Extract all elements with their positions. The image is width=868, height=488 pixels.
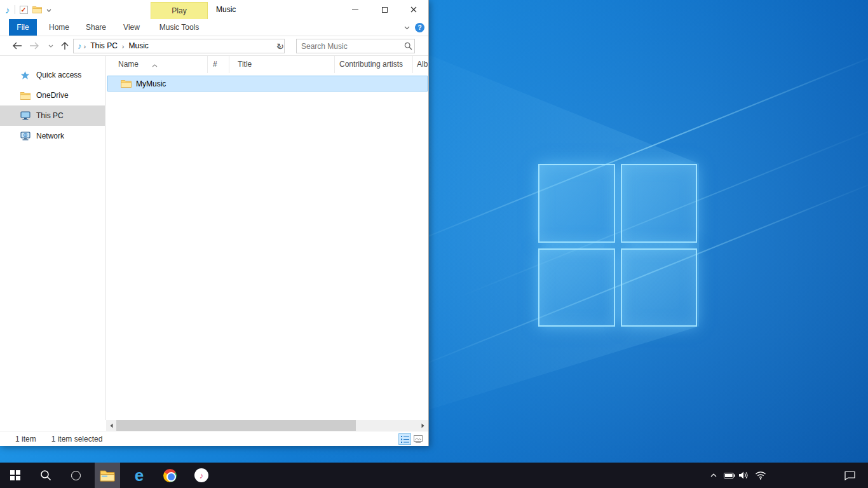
taskbar-itunes-button[interactable]: ♪ <box>189 463 214 488</box>
breadcrumb-music[interactable]: Music <box>125 39 153 53</box>
horizontal-scrollbar[interactable] <box>106 420 428 431</box>
status-bar: 1 item 1 item selected <box>0 431 428 446</box>
sidebar-item-label: Quick access <box>36 71 81 79</box>
large-icons-view-icon <box>414 435 423 443</box>
separator <box>15 5 15 14</box>
close-button[interactable] <box>399 0 428 19</box>
refresh-button[interactable]: ↻ <box>274 39 287 53</box>
column-header-title[interactable]: Title <box>229 56 335 73</box>
file-row-mymusic[interactable]: MyMusic <box>107 76 428 92</box>
network-icon <box>20 131 32 141</box>
sidebar-item-label: OneDrive <box>36 91 69 100</box>
maximize-button[interactable] <box>370 0 399 19</box>
taskbar-chrome-button[interactable] <box>157 463 182 488</box>
sidebar-item-label: Network <box>36 132 64 140</box>
sidebar-item-network[interactable]: Network <box>0 126 105 146</box>
sidebar-item-this-pc[interactable]: This PC <box>0 105 105 126</box>
window-title: Music <box>216 0 236 19</box>
chevron-up-icon <box>710 473 717 477</box>
properties-icon[interactable]: ✓ <box>20 6 28 14</box>
details-view-icon <box>401 436 409 443</box>
sidebar-item-quick-access[interactable]: Quick access <box>0 65 105 85</box>
folder-icon <box>121 79 132 88</box>
item-count: 1 item <box>15 435 36 444</box>
scroll-left-icon <box>110 423 113 428</box>
close-icon <box>410 6 417 13</box>
quick-access-star-icon <box>20 70 32 80</box>
file-list-pane: Name # Title Contributing artists Alb <box>106 56 428 420</box>
new-folder-icon[interactable] <box>32 6 42 13</box>
file-explorer-window: ♪ ✓ Play Music File <box>0 0 429 446</box>
internet-explorer-icon: e <box>135 467 144 484</box>
column-header-contributing-artists[interactable]: Contributing artists <box>335 56 413 73</box>
taskbar: e ♪ <box>0 463 868 488</box>
windows-logo-pane <box>621 248 698 327</box>
search-input[interactable] <box>297 42 402 51</box>
chevron-down-icon <box>404 26 410 30</box>
scroll-right-icon <box>421 423 424 428</box>
desktop: ♪ ✓ Play Music File <box>0 0 868 488</box>
back-button[interactable] <box>10 36 24 55</box>
volume-tray-icon[interactable] <box>736 463 751 488</box>
music-tools-group-label: Music Tools <box>151 19 207 36</box>
up-button[interactable] <box>58 36 72 55</box>
address-bar[interactable]: ♪ › This PC › Music <box>73 39 285 53</box>
ribbon-tab-row: File Home Share View Music Tools ? <box>0 19 428 36</box>
search-box[interactable] <box>296 39 415 53</box>
sort-ascending-icon <box>152 57 158 73</box>
column-header-label: # <box>213 60 217 69</box>
scrollbar-thumb[interactable] <box>116 420 356 431</box>
windows-logo-pane <box>621 164 698 243</box>
taskbar-search-button[interactable] <box>33 463 58 488</box>
this-pc-icon <box>20 111 32 121</box>
show-hidden-icons-button[interactable] <box>705 463 722 488</box>
customize-qat-chevron-icon[interactable] <box>46 5 51 14</box>
column-headers: Name # Title Contributing artists Alb <box>106 56 428 73</box>
tab-home[interactable]: Home <box>44 19 74 36</box>
taskbar-file-explorer-button[interactable] <box>95 463 120 488</box>
taskbar-internet-explorer-button[interactable]: e <box>126 463 152 488</box>
minimize-button[interactable] <box>341 0 370 19</box>
address-bar-row: ♪ › This PC › Music ↻ <box>0 36 428 56</box>
battery-tray-icon[interactable] <box>722 463 737 488</box>
windows-logo-pane <box>538 248 615 327</box>
breadcrumb-this-pc[interactable]: This PC <box>86 39 121 53</box>
expand-ribbon-button[interactable] <box>402 24 411 32</box>
network-tray-icon[interactable] <box>752 463 769 488</box>
tab-file[interactable]: File <box>9 19 37 36</box>
battery-icon <box>724 473 735 478</box>
start-button[interactable] <box>3 463 28 488</box>
sidebar-item-onedrive[interactable]: OneDrive <box>0 85 105 105</box>
action-center-icon <box>844 471 855 480</box>
scroll-left-button[interactable] <box>106 420 117 431</box>
search-icon[interactable] <box>402 42 414 50</box>
column-header-album[interactable]: Alb <box>413 56 428 73</box>
scroll-right-button[interactable] <box>417 420 428 431</box>
large-icons-view-button[interactable] <box>412 433 424 445</box>
back-arrow-icon <box>12 42 22 50</box>
column-header-name[interactable]: Name <box>106 56 208 73</box>
minimize-icon <box>352 10 358 10</box>
forward-button[interactable] <box>27 36 41 55</box>
sidebar-item-label: This PC <box>36 111 64 120</box>
column-header-label: Contributing artists <box>339 60 403 69</box>
action-center-button[interactable] <box>835 463 864 488</box>
column-header-label: Name <box>118 60 139 69</box>
chrome-icon <box>163 469 177 482</box>
file-name: MyMusic <box>136 79 166 88</box>
windows-logo-pane <box>538 164 615 243</box>
tab-play[interactable]: Play <box>151 2 208 19</box>
tab-share[interactable]: Share <box>81 19 111 36</box>
up-arrow-icon <box>61 41 69 50</box>
cortana-button[interactable] <box>63 463 88 488</box>
file-explorer-icon <box>100 470 115 482</box>
windows-logo <box>538 164 697 327</box>
help-button[interactable]: ? <box>415 23 424 32</box>
cortana-icon <box>71 471 81 480</box>
maximize-icon <box>382 7 388 13</box>
recent-locations-button[interactable] <box>46 36 56 55</box>
tab-view[interactable]: View <box>118 19 145 36</box>
column-header-number[interactable]: # <box>208 56 229 73</box>
details-view-button[interactable] <box>398 433 411 445</box>
selection-summary: 1 item selected <box>51 435 103 444</box>
